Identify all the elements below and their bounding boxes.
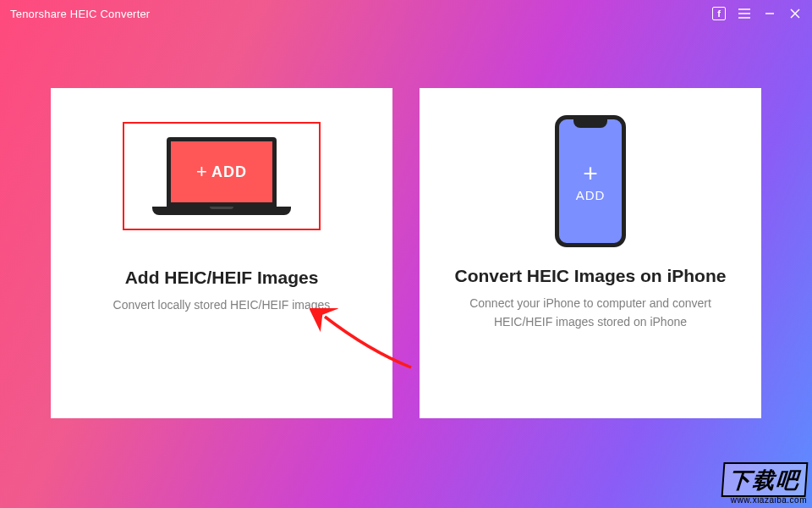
facebook-icon[interactable]: f <box>712 7 726 20</box>
annotation-arrow-icon <box>310 308 420 376</box>
minimize-icon[interactable] <box>763 7 776 20</box>
titlebar: Tenorshare HEIC Converter f <box>0 0 812 27</box>
watermark-text: 下载吧 <box>721 462 809 497</box>
plus-icon: + <box>583 161 598 186</box>
highlight-box: + ADD <box>123 122 321 230</box>
card-title: Add HEIC/HEIF Images <box>125 268 319 288</box>
card-subtitle: Connect your iPhone to computer and conv… <box>443 295 738 331</box>
add-local-images-card[interactable]: + ADD Add HEIC/HEIF Images Convert local… <box>51 88 392 418</box>
phone-notch <box>573 119 607 128</box>
watermark: 下载吧 www.xiazaiba.com <box>722 462 807 505</box>
card-title: Convert HEIC Images on iPhone <box>455 266 727 286</box>
add-label: ADD <box>211 163 247 181</box>
laptop-screen: + ADD <box>167 137 277 207</box>
convert-iphone-images-card[interactable]: + ADD Convert HEIC Images on iPhone Conn… <box>420 88 761 418</box>
menu-icon[interactable] <box>738 7 751 20</box>
close-icon[interactable] <box>788 7 802 20</box>
phone-icon: + ADD <box>555 115 626 247</box>
add-label: ADD <box>576 188 606 202</box>
app-title: Tenorshare HEIC Converter <box>10 8 150 20</box>
laptop-icon: + ADD <box>152 137 291 215</box>
main-content: + ADD Add HEIC/HEIF Images Convert local… <box>0 27 812 418</box>
card-subtitle: Convert locally stored HEIC/HEIF images <box>108 296 336 315</box>
laptop-base <box>152 207 291 215</box>
titlebar-controls: f <box>712 7 802 20</box>
plus-icon: + <box>196 163 208 181</box>
